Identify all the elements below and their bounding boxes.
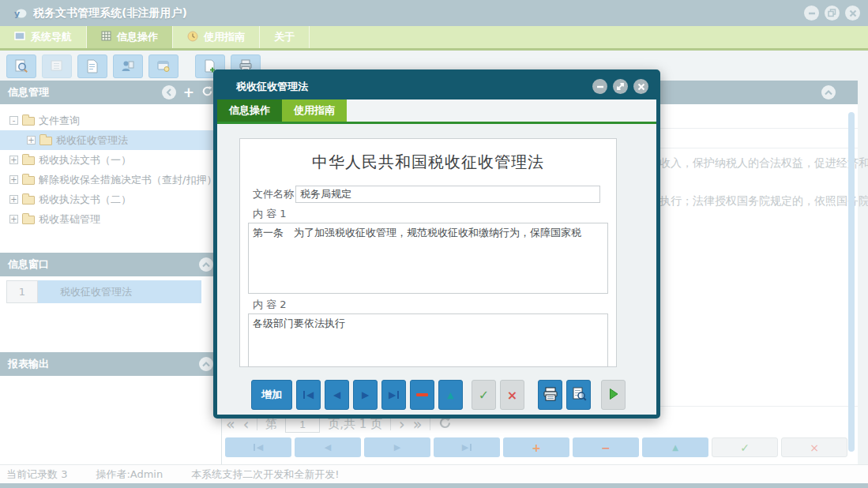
last-page-button[interactable]: » [413,417,423,432]
expand-expander-icon[interactable]: + [27,136,36,145]
dialog-body: 中华人民共和国税收征收管理法 文件名称 内 容 1 第一条 为了加强税收征收管理… [217,124,656,375]
collapse-left-icon[interactable] [162,85,176,99]
run-button[interactable] [601,380,626,410]
dialog-title: 税收征收管理法 [236,80,308,94]
document-button[interactable] [77,54,107,78]
row-label[interactable]: 税收征收管理法 [38,280,201,303]
file-name-label: 文件名称 [253,187,294,201]
minimize-icon[interactable] [804,6,819,21]
content1-textarea[interactable]: 第一条 为了加强税收征收管理，规范税收征收和缴纳行为，保障国家税 [248,223,608,294]
expand-expander-icon[interactable]: + [9,215,18,223]
square-icon [14,31,25,43]
grid-first-button[interactable]: ◀ [225,437,291,457]
minus-icon [416,393,428,396]
dialog-tab-bar: 信息操作 使用指南 [217,99,656,122]
status-note: 本系统支持二次开发和全新开发! [191,467,339,482]
dialog-close-icon[interactable] [633,79,648,94]
expand-expander-icon[interactable]: + [9,195,18,204]
info-window-header: 信息窗口 [0,253,221,276]
tree-item-tax-collection-law[interactable]: + 税收征收管理法 [0,130,221,150]
refresh-icon[interactable] [201,85,213,99]
next-icon: ▶ [362,389,369,400]
bar-glyph [303,391,305,399]
tree-item-label: 税收征收管理法 [56,133,128,148]
tree-item-enforcement-doc-1[interactable]: + 税收执法文书（一） [0,150,221,170]
tree-item-tax-base-mgmt[interactable]: + 税收基础管理 [0,209,221,229]
menu-item-about[interactable]: 关于 [260,26,310,48]
next-record-button[interactable]: ▶ [353,380,378,410]
bar-glyph [397,391,399,399]
commit-button[interactable]: ✓ [472,380,496,410]
add-record-button[interactable]: 增加 [251,380,292,410]
preview-button[interactable] [566,380,591,410]
search-document-button[interactable] [6,54,36,78]
window-preview-button[interactable] [148,54,178,78]
prev-page-button[interactable]: ‹ [243,417,250,432]
first-icon: ◀ [306,389,314,400]
grid-remove-button[interactable]: − [573,437,639,457]
tree-item-lift-preservation[interactable]: + 解除税收保全措施决定书（查封/扣押） [0,170,221,190]
add-icon[interactable]: + [183,86,194,99]
preview-icon [571,387,587,404]
grid-prev-button[interactable]: ◀ [295,437,361,457]
tree-item-label: 税收基础管理 [39,212,100,227]
menu-item-info-ops[interactable]: 信息操作 [87,26,173,48]
content2-textarea[interactable]: 各级部门要依法执行 [248,313,608,367]
grid-next-button[interactable]: ▶ [364,437,430,457]
grid-edit-button[interactable]: ▲ [642,437,708,457]
prev-record-button[interactable]: ◀ [325,380,349,410]
close-icon[interactable] [845,6,860,21]
user-button[interactable] [113,54,143,78]
dialog-maximize-icon[interactable] [613,79,628,94]
last-record-button[interactable]: ▶ [381,380,406,410]
print-button[interactable] [538,380,562,410]
dialog-footer: 增加 ◀ ◀ ▶ ▶ ▲ ✓ × [217,375,656,415]
expand-expander-icon[interactable]: + [9,175,18,184]
dialog-titlebar[interactable]: 税收征收管理法 [217,73,656,99]
delete-record-button[interactable] [410,380,434,410]
restore-icon[interactable] [825,6,840,21]
menu-item-guide[interactable]: 使用指南 [173,26,260,48]
tree-item-enforcement-doc-2[interactable]: + 税收执法文书（二） [0,190,221,209]
divider [390,418,391,430]
folder-icon [39,137,52,145]
next-page-button[interactable]: › [399,417,405,432]
grid-icon [101,31,111,43]
tree-item-file-query[interactable]: - 文件查询 [0,111,221,130]
page-total-label: 页,共 1 页 [328,417,382,432]
svg-text:y: y [14,9,20,19]
tab-guide[interactable]: 使用指南 [282,99,347,122]
grid-row-text: 收收入，保护纳税人的合法权益，促进经济和社 [648,156,868,171]
menu-bar: 系统导航 信息操作 使用指南 关于 [0,26,868,51]
first-page-button[interactable]: « [226,417,235,432]
grid-commit-button[interactable]: ✓ [712,437,778,457]
last-icon: ▶ [462,442,468,452]
menu-item-system-nav[interactable]: 系统导航 [0,26,87,48]
vertical-scrollbar[interactable] [848,112,855,452]
tree-item-label: 税收执法文书（二） [39,193,131,207]
grid-last-button[interactable]: ▶ [434,437,500,457]
collapse-up-icon[interactable] [199,257,213,272]
triangle-icon: ▲ [447,390,453,400]
grid-add-button[interactable]: + [503,437,569,457]
tab-info-ops[interactable]: 信息操作 [217,99,282,122]
info-window-row[interactable]: 1 税收征收管理法 [6,280,221,303]
divider [257,418,257,430]
cancel-button[interactable]: × [500,380,524,410]
first-record-button[interactable]: ◀ [296,380,321,410]
edit-record-button[interactable]: ▲ [438,380,463,410]
file-name-input[interactable] [295,186,600,203]
law-form: 中华人民共和国税收征收管理法 文件名称 内 容 1 第一条 为了加强税收征收管理… [239,138,617,367]
collapse-up-icon[interactable] [199,357,213,371]
records-button[interactable] [42,54,72,78]
report-output-header: 报表输出 [0,352,221,376]
expand-expander-icon[interactable]: + [9,156,18,164]
report-output-body [0,376,221,461]
collapse-expander-icon[interactable]: - [9,116,18,125]
form-heading: 中华人民共和国税收征收管理法 [240,152,616,173]
app-window: y 税务文书管理系统(非注册用户) 系统导航 信息操作 使用指南 关于 [0,0,868,488]
bar-glyph [254,444,255,451]
collapse-up-icon[interactable] [821,85,836,99]
grid-cancel-button[interactable]: × [781,437,847,457]
dialog-minimize-icon[interactable] [592,79,607,94]
